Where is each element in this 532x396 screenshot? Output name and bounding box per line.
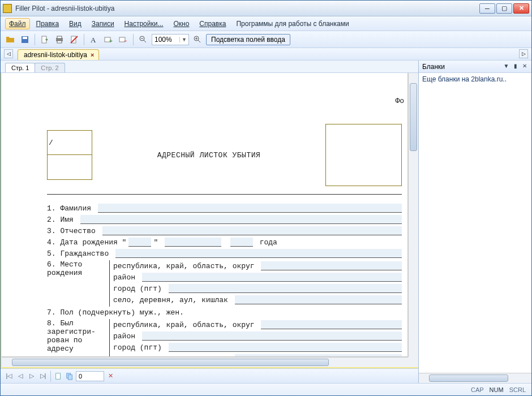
label-citizenship: 5. Гражданство (47, 249, 113, 259)
scrollbar-h-thumb[interactable] (12, 359, 329, 366)
stamp-box-top[interactable]: / (47, 130, 92, 155)
menu-file[interactable]: Файл (5, 18, 30, 29)
open-icon[interactable] (4, 33, 16, 46)
field-reg-region[interactable] (261, 320, 402, 329)
close-button[interactable]: ✕ (513, 3, 529, 14)
print-icon[interactable] (53, 33, 66, 46)
field-bp-city[interactable] (169, 284, 402, 293)
record-navigator: |◁ ◁ ▷ ▷| ✕ (1, 368, 418, 383)
status-num: NUM (490, 386, 504, 393)
nav-next-icon[interactable]: ▷ (27, 371, 37, 381)
nav-prev-icon[interactable]: ◁ (15, 371, 25, 381)
stamp-boxes: / (47, 130, 92, 180)
field-dob-year[interactable] (230, 238, 253, 247)
document-tab-label: adresnii-listok-ubitiya (24, 51, 87, 59)
maximize-button[interactable]: ▢ (496, 3, 512, 14)
remove-field-icon[interactable]: − (117, 33, 130, 46)
record-number-input[interactable] (76, 371, 104, 381)
copy-record-icon[interactable] (65, 371, 75, 381)
menu-settings[interactable]: Настройки... (121, 18, 168, 29)
tab-close-icon[interactable]: × (91, 51, 94, 58)
panel-pin-icon[interactable]: ▮ (512, 63, 519, 70)
zoom-out-icon[interactable] (137, 33, 149, 46)
tab-scroll-right[interactable]: ▷ (519, 49, 528, 58)
minimize-button[interactable]: ─ (479, 3, 495, 14)
side-panel-header: Бланки ▼ ▮ ✕ (419, 61, 531, 73)
new-record-icon[interactable] (53, 371, 63, 381)
svg-line-17 (198, 40, 200, 42)
tab-scroll-left[interactable]: ◁ (4, 49, 13, 58)
svg-rect-4 (57, 36, 62, 38)
side-panel: Бланки ▼ ▮ ✕ Еще бланки на 2blanka.ru.. (418, 61, 531, 383)
side-scrollbar-h[interactable] (419, 373, 531, 383)
stamp-box-bottom[interactable] (47, 155, 92, 180)
menu-window[interactable]: Окно (169, 18, 193, 29)
field-citizenship[interactable] (115, 249, 402, 258)
label-surname: 1. Фамилия (47, 204, 96, 214)
font-icon[interactable]: A (88, 33, 100, 46)
highlight-fields-button[interactable]: Подсветка полей ввода (206, 34, 290, 45)
statusbar: CAP NUM SCRL (1, 383, 531, 395)
side-panel-body: Еще бланки на 2blanka.ru.. (419, 73, 531, 373)
main-pane: Стр. 1 Стр. 2 Фо / АДРЕСНЫЙ ЛИСТОК УБЫТИ… (1, 61, 418, 383)
page-tab-1[interactable]: Стр. 1 (5, 63, 35, 72)
panel-menu-icon[interactable]: ▼ (503, 63, 510, 70)
field-dob-month[interactable] (165, 238, 221, 247)
document-canvas[interactable]: Фо / АДРЕСНЫЙ ЛИСТОК УБЫТИЯ 1. Фамилия 2… (2, 73, 408, 357)
toolbar: A + − ▼ Подсветка полей ввода (1, 31, 531, 48)
zoom-dropdown-icon[interactable]: ▼ (179, 37, 188, 42)
field-reg-district[interactable] (142, 332, 402, 341)
form-document: Фо / АДРЕСНЫЙ ЛИСТОК УБЫТИЯ 1. Фамилия 2… (2, 73, 407, 357)
menu-programs[interactable]: Программы для работы с бланками (232, 18, 353, 29)
label-sex: 7. Пол (подчеркнуть) муж., жен. (47, 308, 184, 318)
svg-rect-20 (56, 373, 61, 379)
field-bp-region[interactable] (261, 261, 402, 270)
document-title: АДРЕСНЫЙ ЛИСТОК УБЫТИЯ (109, 151, 308, 160)
zoom-input[interactable] (152, 36, 179, 44)
side-panel-link[interactable]: Еще бланки на 2blanka.ru.. (422, 75, 528, 83)
divider (47, 194, 402, 195)
svg-text:A: A (91, 36, 96, 44)
menu-records[interactable]: Записи (88, 18, 118, 29)
scroll-corner (408, 357, 418, 367)
save-icon[interactable] (19, 33, 31, 46)
zoom-in-icon[interactable] (191, 33, 204, 46)
titlebar: Filler Pilot - adresnii-listok-ubitiya ─… (1, 1, 531, 16)
svg-line-14 (144, 40, 146, 42)
add-field-icon[interactable]: + (102, 33, 115, 46)
nav-last-icon[interactable]: ▷| (38, 371, 48, 381)
side-scroll-thumb[interactable] (429, 375, 508, 382)
page-tab-2[interactable]: Стр. 2 (35, 63, 65, 72)
label-name: 2. Имя (47, 215, 78, 225)
menu-view[interactable]: Вид (65, 18, 85, 29)
field-dob-day[interactable] (128, 238, 151, 247)
field-reg-city[interactable] (169, 343, 402, 352)
nav-first-icon[interactable]: |◁ (4, 371, 14, 381)
status-scrl: SCRL (509, 386, 526, 393)
document-tabs-row: ◁ adresnii-listok-ubitiya × ▷ (1, 48, 531, 61)
scrollbar-vertical[interactable] (408, 73, 418, 357)
svg-rect-1 (23, 37, 27, 39)
vline (109, 260, 110, 307)
document-tab[interactable]: adresnii-listok-ubitiya × (18, 49, 99, 60)
app-icon (3, 4, 12, 13)
delete-record-icon[interactable]: ✕ (105, 371, 115, 381)
menu-help[interactable]: Справка (195, 18, 230, 29)
field-name[interactable] (80, 215, 402, 224)
svg-rect-5 (57, 41, 62, 43)
svg-rect-22 (68, 375, 72, 380)
photo-box[interactable] (325, 124, 402, 186)
scrollbar-horizontal[interactable] (2, 357, 408, 367)
menu-edit[interactable]: Правка (32, 18, 63, 29)
clear-icon[interactable] (68, 33, 80, 46)
export-icon[interactable] (38, 33, 51, 46)
field-surname[interactable] (98, 204, 402, 213)
zoom-combo[interactable]: ▼ (152, 34, 189, 45)
field-bp-district[interactable] (142, 273, 402, 282)
side-panel-title: Бланки (422, 63, 445, 71)
panel-close-icon[interactable]: ✕ (521, 63, 528, 70)
menubar: Файл Правка Вид Записи Настройки... Окно… (1, 16, 531, 31)
field-patronymic[interactable] (102, 226, 402, 235)
scrollbar-v-thumb[interactable] (410, 83, 417, 151)
field-bp-village[interactable] (235, 295, 402, 304)
